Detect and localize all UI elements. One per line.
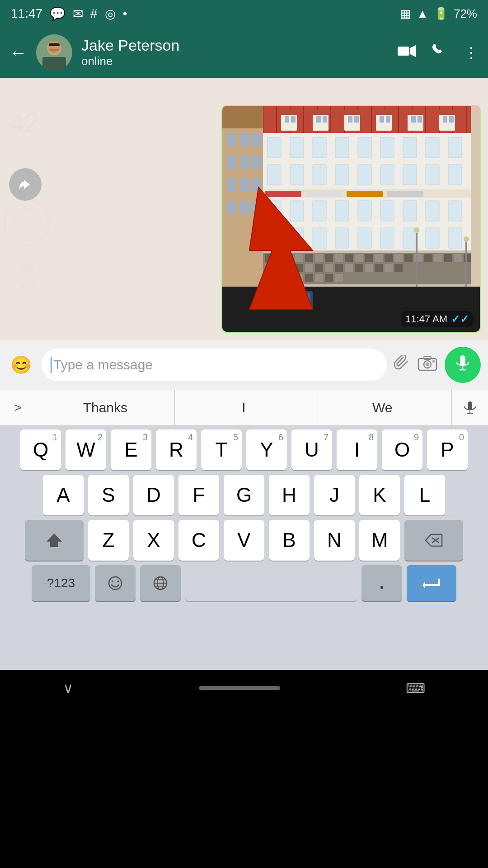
voice-message-button[interactable] bbox=[445, 347, 481, 383]
numbers-key[interactable]: ?123 bbox=[32, 565, 90, 601]
key-t[interactable]: 5 T bbox=[201, 429, 242, 470]
key-b[interactable]: B bbox=[269, 520, 310, 561]
language-key[interactable] bbox=[140, 565, 181, 601]
svg-text:⌚: ⌚ bbox=[14, 265, 41, 291]
shift-key[interactable] bbox=[25, 520, 84, 561]
svg-rect-134 bbox=[275, 274, 283, 282]
key-z[interactable]: Z bbox=[88, 520, 129, 561]
keyboard-row-3: Z X C V B N M bbox=[3, 520, 485, 561]
backspace-key[interactable] bbox=[404, 520, 463, 561]
svg-rect-137 bbox=[305, 274, 313, 282]
svg-rect-5 bbox=[49, 43, 60, 46]
key-s[interactable]: S bbox=[88, 475, 129, 515]
svg-rect-61 bbox=[403, 137, 417, 158]
suggestion-we[interactable]: We bbox=[313, 390, 452, 425]
svg-rect-95 bbox=[448, 228, 462, 248]
svg-marker-7 bbox=[410, 45, 416, 57]
chat-header: ← Jake Peterson online bbox=[0, 27, 488, 78]
key-i[interactable]: 8 I bbox=[337, 429, 377, 470]
suggestion-i[interactable]: I bbox=[175, 390, 314, 425]
key-u[interactable]: 7 U bbox=[291, 429, 332, 470]
message-timestamp: 11:47 AM ✓✓ bbox=[401, 311, 474, 327]
key-y[interactable]: 6 Y bbox=[246, 429, 287, 470]
key-k[interactable]: K bbox=[359, 475, 400, 515]
key-r[interactable]: 4 R bbox=[156, 429, 197, 470]
video-call-icon[interactable] bbox=[398, 44, 416, 61]
suggestions-expand-button[interactable]: > bbox=[0, 390, 36, 426]
svg-rect-133 bbox=[265, 274, 273, 282]
svg-rect-136 bbox=[295, 274, 303, 282]
status-left: 11:47 💬 ✉ # ◎ • bbox=[11, 6, 127, 21]
key-o[interactable]: 9 O bbox=[382, 429, 422, 470]
svg-rect-109 bbox=[375, 254, 383, 262]
space-key[interactable] bbox=[185, 565, 357, 601]
svg-rect-46 bbox=[386, 116, 390, 123]
header-action-icons: ⋮ bbox=[398, 43, 479, 62]
svg-rect-138 bbox=[315, 274, 323, 282]
svg-rect-115 bbox=[434, 254, 442, 262]
key-h[interactable]: H bbox=[269, 475, 310, 515]
key-e[interactable]: 3 E bbox=[111, 429, 151, 470]
wifi-icon: ▲ bbox=[417, 7, 428, 21]
key-p[interactable]: 0 P bbox=[427, 429, 468, 470]
svg-rect-103 bbox=[315, 254, 323, 262]
enter-key[interactable] bbox=[407, 565, 456, 601]
emoji-button[interactable]: 😊 bbox=[7, 351, 34, 378]
camera-button[interactable] bbox=[418, 355, 437, 375]
svg-rect-157 bbox=[252, 201, 261, 214]
more-options-icon[interactable]: ⋮ bbox=[464, 43, 479, 61]
nav-back-chevron[interactable]: ∨ bbox=[63, 679, 73, 697]
keyboard-keys-area: 1 Q 2 W 3 E 4 R 5 T 6 Y bbox=[0, 426, 488, 670]
svg-point-160 bbox=[464, 236, 469, 242]
svg-rect-76 bbox=[347, 191, 383, 197]
keyboard-mic-button[interactable] bbox=[452, 390, 488, 426]
svg-rect-100 bbox=[285, 254, 293, 262]
key-g[interactable]: G bbox=[224, 475, 264, 515]
svg-rect-153 bbox=[240, 178, 249, 192]
message-input-field[interactable]: Type a message bbox=[42, 349, 387, 381]
svg-rect-37 bbox=[316, 116, 321, 123]
key-j[interactable]: J bbox=[314, 475, 355, 515]
svg-rect-101 bbox=[295, 254, 303, 262]
key-x[interactable]: X bbox=[133, 520, 174, 561]
key-m[interactable]: M bbox=[359, 520, 400, 561]
contact-name[interactable]: Jake Peterson bbox=[81, 37, 389, 54]
svg-rect-80 bbox=[313, 201, 326, 221]
attach-button[interactable] bbox=[394, 355, 410, 375]
svg-rect-131 bbox=[385, 264, 393, 272]
text-cursor bbox=[51, 357, 52, 373]
svg-point-166 bbox=[426, 363, 429, 366]
keyboard-row-1: 1 Q 2 W 3 E 4 R 5 T 6 Y bbox=[3, 429, 485, 470]
period-key[interactable]: . bbox=[361, 565, 402, 601]
emoji-keyboard-key[interactable] bbox=[95, 565, 136, 601]
status-bar: 11:47 💬 ✉ # ◎ • ▦ ▲ 🔋 72% bbox=[0, 0, 488, 27]
svg-rect-135 bbox=[285, 274, 293, 282]
image-message-bubble[interactable]: 11:47 AM ✓✓ bbox=[221, 105, 481, 333]
key-v[interactable]: V bbox=[224, 520, 264, 561]
svg-rect-143 bbox=[279, 293, 310, 305]
key-d[interactable]: D bbox=[133, 475, 174, 515]
key-c[interactable]: C bbox=[178, 520, 219, 561]
svg-rect-150 bbox=[240, 156, 249, 169]
key-n[interactable]: N bbox=[314, 520, 355, 561]
forward-button[interactable] bbox=[9, 168, 42, 201]
keyboard-toggle-icon[interactable]: ⌨ bbox=[406, 680, 425, 696]
suggestion-thanks[interactable]: Thanks bbox=[36, 390, 175, 425]
back-button[interactable]: ← bbox=[9, 42, 27, 63]
key-w[interactable]: 2 W bbox=[66, 429, 106, 470]
svg-rect-82 bbox=[358, 201, 371, 221]
key-q[interactable]: 1 Q bbox=[20, 429, 61, 470]
key-l[interactable]: L bbox=[404, 475, 445, 515]
svg-rect-59 bbox=[358, 137, 371, 158]
home-indicator[interactable] bbox=[199, 686, 280, 690]
contact-avatar[interactable] bbox=[36, 34, 72, 71]
svg-rect-72 bbox=[448, 165, 462, 185]
voice-call-icon[interactable] bbox=[432, 43, 447, 62]
period-label: . bbox=[380, 574, 384, 593]
svg-rect-89 bbox=[313, 228, 326, 248]
key-f[interactable]: F bbox=[178, 475, 219, 515]
svg-rect-38 bbox=[323, 116, 327, 123]
key-a[interactable]: A bbox=[43, 475, 84, 515]
svg-point-179 bbox=[112, 580, 113, 582]
svg-point-162 bbox=[414, 227, 419, 233]
